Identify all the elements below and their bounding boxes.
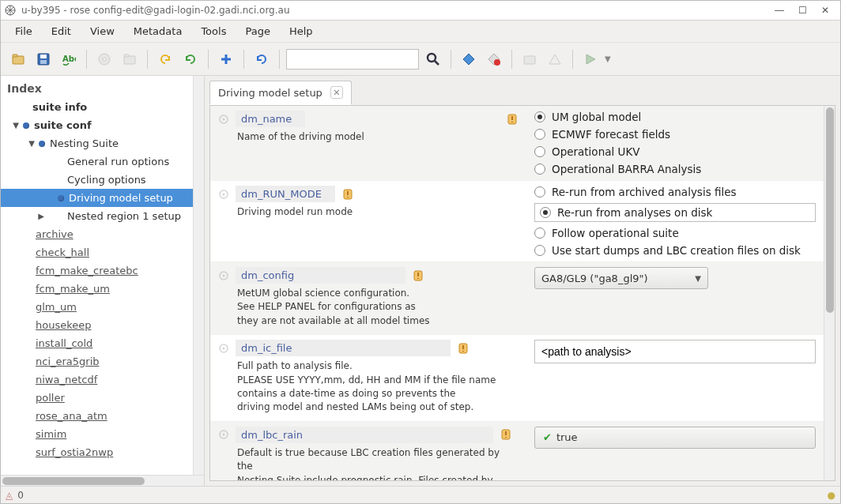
run-button[interactable] [579,48,602,70]
bool-value: true [556,431,578,443]
close-button[interactable]: ✕ [821,5,829,16]
radio-follow-operational-suite[interactable]: Follow operational suite [534,227,816,239]
sidebar-item-cycling-options[interactable]: Cycling options [1,171,193,189]
field-dm-name[interactable]: dm_name [236,111,305,127]
panel-vscrollbar[interactable] [824,106,835,480]
menu-page[interactable]: Page [236,22,279,40]
folder-button[interactable] [119,48,141,70]
sidebar-item-check-hall[interactable]: check_hall [1,243,193,261]
menu-tools[interactable]: Tools [191,22,236,40]
expander-icon[interactable]: ▼ [10,121,21,130]
sidebar-item-install-cold[interactable]: install_cold [1,334,193,352]
sidebar-item-rose-ana-atm[interactable]: rose_ana_atm [1,407,193,425]
flag-icon[interactable] [506,113,519,126]
titlebar: u-by395 - rose config-edit@gadi-login-02… [1,1,840,21]
tab-driving-model-setup[interactable]: Driving model setup ✕ [209,81,352,105]
nav-prev-button[interactable] [458,48,480,70]
sidebar-item-suite-info[interactable]: suite info [1,98,193,116]
flag-icon[interactable] [341,188,354,201]
flag-icon[interactable] [500,428,512,441]
radio-um-global-model[interactable]: UM global model [534,111,816,123]
window-title: u-by395 - rose config-edit@gadi-login-02… [21,5,290,16]
search-button[interactable] [422,48,444,70]
sidebar-item-housekeep[interactable]: housekeep [1,316,193,334]
flag-icon[interactable] [412,269,424,282]
sidebar-item-general-run-options[interactable]: General run options [1,152,193,171]
lightbulb-icon[interactable]: ● [828,490,835,501]
maximize-button[interactable]: ☐ [798,5,807,16]
spellcheck-button[interactable]: Abc [58,48,80,70]
undo-button[interactable] [154,48,176,70]
status-warning-icon[interactable]: ◬ [6,490,13,501]
radio-label: Use start dumps and LBC creation files o… [552,244,801,257]
sidebar-item-fcm-make-um[interactable]: fcm_make_um [1,280,193,298]
radio-use-start-dumps-and-lbc-creation-files-on-disk[interactable]: Use start dumps and LBC creation files o… [534,244,816,257]
add-button[interactable] [215,48,237,70]
sidebar-item-simim[interactable]: simim [1,425,193,443]
radio-ecmwf-forecast-fields[interactable]: ECMWF forecast fields [534,128,816,141]
radio-operational-ukv[interactable]: Operational UKV [534,145,816,158]
sidebar-item-glm-um[interactable]: glm_um [1,298,193,316]
menu-view[interactable]: View [81,22,124,40]
minimize-button[interactable]: — [775,5,784,16]
sidebar-item-label: nci_era5grib [36,355,100,367]
sidebar-item-fcm-make-createbc[interactable]: fcm_make_createbc [1,261,193,280]
dm-ic-file-input[interactable] [534,340,816,363]
refresh-button[interactable] [251,48,273,70]
sidebar-item-archive[interactable]: archive [1,225,193,243]
expander-icon[interactable]: ▼ [26,139,37,148]
radio-operational-barra-analysis[interactable]: Operational BARRA Analysis [534,163,816,175]
gear-icon[interactable] [218,343,229,354]
sidebar-item-label: Driving model setup [69,192,173,204]
save-button[interactable] [32,48,55,70]
disc-button[interactable] [93,48,115,70]
radio-re-run-from-archived-analysis-files[interactable]: Re-run from archived analysis files [534,186,816,198]
sidebar-item-surf-ostia2nwp[interactable]: surf_ostia2nwp [1,443,193,461]
combo-value: GA8/GL9 ("ga8_gl9") [541,273,648,284]
flag-icon[interactable] [457,342,470,355]
search-input[interactable] [286,49,419,70]
svg-rect-4 [40,55,47,58]
dm-config-combo[interactable]: GA8/GL9 ("ga8_gl9") ▼ [534,267,708,289]
gear-icon[interactable] [218,189,229,200]
sidebar-vscrollbar[interactable] [193,76,204,475]
svg-line-12 [435,61,439,65]
radio-re-run-from-analyses-on-disk[interactable]: Re-run from analyses on disk [534,203,816,222]
gear-icon[interactable] [218,429,229,440]
field-dm-run-mode[interactable]: dm_RUN_MODE [236,186,335,202]
redo-button[interactable] [179,48,202,70]
gear-icon[interactable] [218,114,229,125]
svg-point-29 [223,347,225,349]
menu-metadata[interactable]: Metadata [124,22,192,40]
warning-button[interactable] [544,48,566,70]
sidebar-item-poller[interactable]: poller [1,389,193,407]
open-button[interactable] [7,48,29,70]
sidebar-item-nci-era5grib[interactable]: nci_era5grib [1,352,193,370]
sidebar-item-nesting-suite[interactable]: ▼Nesting Suite [1,134,193,152]
chevron-down-icon: ▼ [695,274,701,283]
menu-edit[interactable]: Edit [42,22,81,40]
folder2-button[interactable] [519,48,541,70]
sidebar-item-driving-model-setup[interactable]: Driving model setup [1,189,193,207]
sidebar-hscrollbar[interactable] [1,475,204,486]
expander-icon[interactable]: ▶ [36,212,47,220]
sidebar-item-nested-region-1-setup[interactable]: ▶Nested region 1 setup [1,207,193,225]
dm-lbc-rain-toggle[interactable]: ✔ true [534,427,816,449]
gear-icon[interactable] [218,270,229,281]
run-dropdown-icon[interactable]: ▼ [605,55,611,63]
nav-next-button[interactable] [483,48,505,70]
radio-icon [534,164,545,175]
field-dm-ic-file[interactable]: dm_ic_file [236,340,451,356]
sidebar-item-suite-conf[interactable]: ▼suite conf [1,116,193,134]
field-desc: Name of the driving model [218,127,519,144]
tab-close-icon[interactable]: ✕ [330,86,343,99]
field-dm-lbc-rain[interactable]: dm_lbc_rain [236,427,493,443]
status-count: 0 [17,490,24,501]
radio-icon [534,228,545,239]
app-icon [4,4,17,17]
menu-file[interactable]: File [6,22,42,40]
menu-help[interactable]: Help [280,22,322,40]
field-desc: MetUM global science configuration. See … [218,284,519,328]
sidebar-item-niwa-netcdf[interactable]: niwa_netcdf [1,370,193,389]
field-dm-config[interactable]: dm_config [236,267,405,284]
